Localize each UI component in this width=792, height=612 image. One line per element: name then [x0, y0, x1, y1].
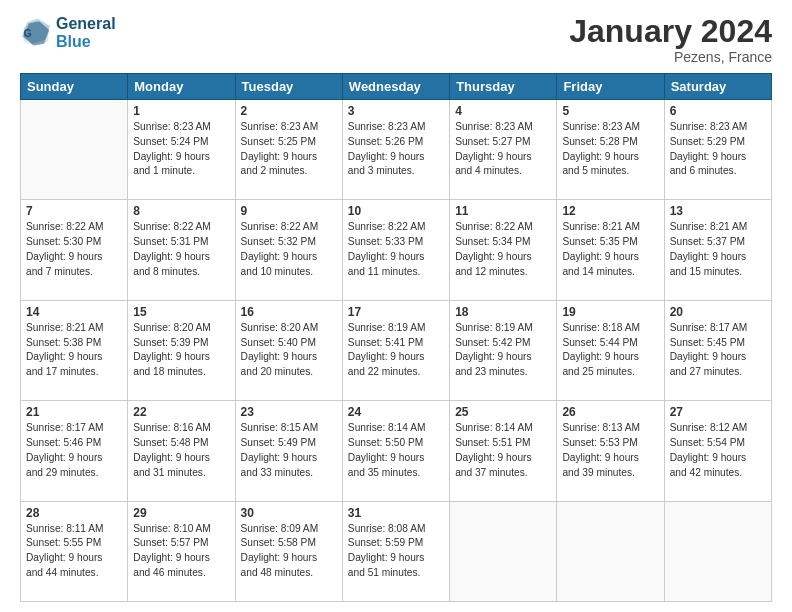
- calendar-cell: 13Sunrise: 8:21 AM Sunset: 5:37 PM Dayli…: [664, 200, 771, 300]
- day-header-wednesday: Wednesday: [342, 74, 449, 100]
- day-info: Sunrise: 8:10 AM Sunset: 5:57 PM Dayligh…: [133, 522, 229, 581]
- calendar-cell: 25Sunrise: 8:14 AM Sunset: 5:51 PM Dayli…: [450, 401, 557, 501]
- calendar-cell: 9Sunrise: 8:22 AM Sunset: 5:32 PM Daylig…: [235, 200, 342, 300]
- header: G General Blue January 2024 Pezens, Fran…: [20, 15, 772, 65]
- day-info: Sunrise: 8:21 AM Sunset: 5:35 PM Dayligh…: [562, 220, 658, 279]
- day-number: 26: [562, 405, 658, 419]
- day-info: Sunrise: 8:14 AM Sunset: 5:51 PM Dayligh…: [455, 421, 551, 480]
- day-number: 9: [241, 204, 337, 218]
- day-header-thursday: Thursday: [450, 74, 557, 100]
- day-number: 13: [670, 204, 766, 218]
- day-info: Sunrise: 8:23 AM Sunset: 5:25 PM Dayligh…: [241, 120, 337, 179]
- day-header-friday: Friday: [557, 74, 664, 100]
- day-info: Sunrise: 8:21 AM Sunset: 5:38 PM Dayligh…: [26, 321, 122, 380]
- day-number: 27: [670, 405, 766, 419]
- day-info: Sunrise: 8:22 AM Sunset: 5:34 PM Dayligh…: [455, 220, 551, 279]
- day-number: 19: [562, 305, 658, 319]
- svg-text:G: G: [24, 26, 32, 38]
- day-info: Sunrise: 8:23 AM Sunset: 5:28 PM Dayligh…: [562, 120, 658, 179]
- calendar-cell: [664, 501, 771, 601]
- day-info: Sunrise: 8:23 AM Sunset: 5:26 PM Dayligh…: [348, 120, 444, 179]
- day-info: Sunrise: 8:19 AM Sunset: 5:41 PM Dayligh…: [348, 321, 444, 380]
- day-number: 20: [670, 305, 766, 319]
- day-info: Sunrise: 8:13 AM Sunset: 5:53 PM Dayligh…: [562, 421, 658, 480]
- calendar-cell: [21, 100, 128, 200]
- day-info: Sunrise: 8:22 AM Sunset: 5:32 PM Dayligh…: [241, 220, 337, 279]
- day-number: 14: [26, 305, 122, 319]
- calendar-cell: 6Sunrise: 8:23 AM Sunset: 5:29 PM Daylig…: [664, 100, 771, 200]
- calendar-cell: 31Sunrise: 8:08 AM Sunset: 5:59 PM Dayli…: [342, 501, 449, 601]
- day-number: 28: [26, 506, 122, 520]
- day-info: Sunrise: 8:09 AM Sunset: 5:58 PM Dayligh…: [241, 522, 337, 581]
- calendar-cell: 18Sunrise: 8:19 AM Sunset: 5:42 PM Dayli…: [450, 300, 557, 400]
- calendar-cell: 7Sunrise: 8:22 AM Sunset: 5:30 PM Daylig…: [21, 200, 128, 300]
- week-row-3: 21Sunrise: 8:17 AM Sunset: 5:46 PM Dayli…: [21, 401, 772, 501]
- calendar-cell: [450, 501, 557, 601]
- day-info: Sunrise: 8:22 AM Sunset: 5:33 PM Dayligh…: [348, 220, 444, 279]
- day-number: 16: [241, 305, 337, 319]
- day-number: 17: [348, 305, 444, 319]
- calendar-cell: 24Sunrise: 8:14 AM Sunset: 5:50 PM Dayli…: [342, 401, 449, 501]
- day-info: Sunrise: 8:22 AM Sunset: 5:30 PM Dayligh…: [26, 220, 122, 279]
- day-number: 12: [562, 204, 658, 218]
- day-info: Sunrise: 8:17 AM Sunset: 5:45 PM Dayligh…: [670, 321, 766, 380]
- calendar-cell: 29Sunrise: 8:10 AM Sunset: 5:57 PM Dayli…: [128, 501, 235, 601]
- day-header-tuesday: Tuesday: [235, 74, 342, 100]
- logo-line2: Blue: [56, 33, 91, 50]
- week-row-1: 7Sunrise: 8:22 AM Sunset: 5:30 PM Daylig…: [21, 200, 772, 300]
- day-number: 8: [133, 204, 229, 218]
- calendar-cell: 17Sunrise: 8:19 AM Sunset: 5:41 PM Dayli…: [342, 300, 449, 400]
- day-number: 30: [241, 506, 337, 520]
- logo-line1: General: [56, 15, 116, 32]
- calendar-cell: 14Sunrise: 8:21 AM Sunset: 5:38 PM Dayli…: [21, 300, 128, 400]
- day-number: 23: [241, 405, 337, 419]
- calendar-cell: 12Sunrise: 8:21 AM Sunset: 5:35 PM Dayli…: [557, 200, 664, 300]
- day-header-saturday: Saturday: [664, 74, 771, 100]
- calendar-cell: 20Sunrise: 8:17 AM Sunset: 5:45 PM Dayli…: [664, 300, 771, 400]
- calendar-cell: 10Sunrise: 8:22 AM Sunset: 5:33 PM Dayli…: [342, 200, 449, 300]
- calendar-cell: [557, 501, 664, 601]
- day-info: Sunrise: 8:23 AM Sunset: 5:27 PM Dayligh…: [455, 120, 551, 179]
- calendar-cell: 4Sunrise: 8:23 AM Sunset: 5:27 PM Daylig…: [450, 100, 557, 200]
- calendar-table: SundayMondayTuesdayWednesdayThursdayFrid…: [20, 73, 772, 602]
- week-row-2: 14Sunrise: 8:21 AM Sunset: 5:38 PM Dayli…: [21, 300, 772, 400]
- day-number: 21: [26, 405, 122, 419]
- day-info: Sunrise: 8:20 AM Sunset: 5:39 PM Dayligh…: [133, 321, 229, 380]
- day-number: 11: [455, 204, 551, 218]
- calendar-cell: 5Sunrise: 8:23 AM Sunset: 5:28 PM Daylig…: [557, 100, 664, 200]
- logo: G General Blue: [20, 15, 116, 50]
- day-info: Sunrise: 8:21 AM Sunset: 5:37 PM Dayligh…: [670, 220, 766, 279]
- calendar-cell: 30Sunrise: 8:09 AM Sunset: 5:58 PM Dayli…: [235, 501, 342, 601]
- logo-icon: G: [20, 17, 52, 49]
- day-number: 5: [562, 104, 658, 118]
- day-number: 25: [455, 405, 551, 419]
- calendar-cell: 15Sunrise: 8:20 AM Sunset: 5:39 PM Dayli…: [128, 300, 235, 400]
- day-number: 29: [133, 506, 229, 520]
- day-info: Sunrise: 8:20 AM Sunset: 5:40 PM Dayligh…: [241, 321, 337, 380]
- day-info: Sunrise: 8:18 AM Sunset: 5:44 PM Dayligh…: [562, 321, 658, 380]
- calendar-cell: 11Sunrise: 8:22 AM Sunset: 5:34 PM Dayli…: [450, 200, 557, 300]
- day-info: Sunrise: 8:14 AM Sunset: 5:50 PM Dayligh…: [348, 421, 444, 480]
- day-header-monday: Monday: [128, 74, 235, 100]
- week-row-4: 28Sunrise: 8:11 AM Sunset: 5:55 PM Dayli…: [21, 501, 772, 601]
- calendar-cell: 16Sunrise: 8:20 AM Sunset: 5:40 PM Dayli…: [235, 300, 342, 400]
- day-number: 10: [348, 204, 444, 218]
- calendar-cell: 8Sunrise: 8:22 AM Sunset: 5:31 PM Daylig…: [128, 200, 235, 300]
- calendar-cell: 27Sunrise: 8:12 AM Sunset: 5:54 PM Dayli…: [664, 401, 771, 501]
- logo-text: General Blue: [56, 15, 116, 50]
- calendar-header-row: SundayMondayTuesdayWednesdayThursdayFrid…: [21, 74, 772, 100]
- calendar-cell: 28Sunrise: 8:11 AM Sunset: 5:55 PM Dayli…: [21, 501, 128, 601]
- calendar-cell: 1Sunrise: 8:23 AM Sunset: 5:24 PM Daylig…: [128, 100, 235, 200]
- day-number: 24: [348, 405, 444, 419]
- day-info: Sunrise: 8:22 AM Sunset: 5:31 PM Dayligh…: [133, 220, 229, 279]
- main-title: January 2024: [569, 15, 772, 47]
- day-number: 4: [455, 104, 551, 118]
- day-number: 31: [348, 506, 444, 520]
- day-info: Sunrise: 8:12 AM Sunset: 5:54 PM Dayligh…: [670, 421, 766, 480]
- calendar-cell: 2Sunrise: 8:23 AM Sunset: 5:25 PM Daylig…: [235, 100, 342, 200]
- calendar-cell: 22Sunrise: 8:16 AM Sunset: 5:48 PM Dayli…: [128, 401, 235, 501]
- day-number: 1: [133, 104, 229, 118]
- week-row-0: 1Sunrise: 8:23 AM Sunset: 5:24 PM Daylig…: [21, 100, 772, 200]
- day-info: Sunrise: 8:19 AM Sunset: 5:42 PM Dayligh…: [455, 321, 551, 380]
- day-info: Sunrise: 8:15 AM Sunset: 5:49 PM Dayligh…: [241, 421, 337, 480]
